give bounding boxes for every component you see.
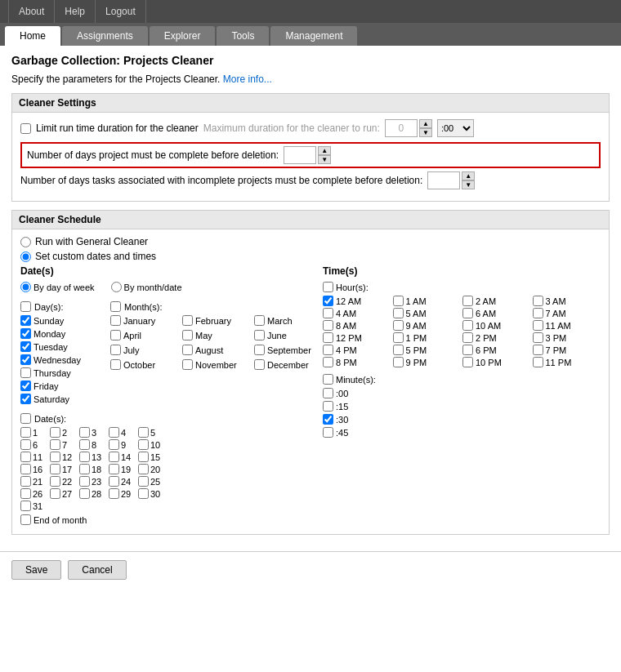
save-button[interactable]: Save [11, 560, 61, 580]
hour-checkbox[interactable] [533, 332, 543, 343]
date-number-checkbox[interactable] [79, 452, 90, 462]
days-complete-down[interactable]: ▼ [318, 155, 331, 164]
date-number-checkbox[interactable] [50, 439, 60, 450]
day-checkbox[interactable] [20, 394, 31, 404]
hour-checkbox[interactable] [323, 320, 333, 331]
hour-checkbox[interactable] [323, 357, 333, 367]
more-info-link[interactable]: More info... [223, 73, 272, 85]
month-checkbox[interactable] [254, 315, 265, 326]
hour-checkbox[interactable] [393, 332, 404, 343]
date-number-checkbox[interactable] [138, 476, 149, 487]
tab-management[interactable]: Management [270, 26, 357, 46]
hours-all-checkbox[interactable] [323, 282, 333, 292]
cancel-button[interactable]: Cancel [68, 560, 126, 580]
date-number-checkbox[interactable] [138, 452, 149, 462]
hour-checkbox[interactable] [393, 345, 404, 355]
hour-checkbox[interactable] [533, 308, 543, 318]
days-complete-up[interactable]: ▲ [318, 146, 331, 155]
hour-checkbox[interactable] [393, 357, 404, 367]
month-checkbox[interactable] [254, 330, 265, 340]
month-checkbox[interactable] [182, 359, 193, 370]
days-tasks-input[interactable]: 120 [427, 171, 460, 189]
date-number-checkbox[interactable] [109, 488, 119, 499]
date-number-checkbox[interactable] [138, 427, 149, 438]
date-number-checkbox[interactable] [50, 464, 60, 474]
date-number-checkbox[interactable] [50, 427, 60, 438]
tab-assignments[interactable]: Assignments [62, 26, 148, 46]
month-checkbox[interactable] [110, 359, 121, 370]
month-checkbox[interactable] [254, 345, 265, 355]
hour-checkbox[interactable] [323, 332, 333, 343]
date-number-checkbox[interactable] [20, 427, 31, 438]
date-number-checkbox[interactable] [20, 439, 31, 450]
by-day-radio[interactable] [20, 282, 31, 292]
date-number-checkbox[interactable] [79, 464, 90, 474]
hour-checkbox[interactable] [323, 308, 333, 318]
max-duration-up[interactable]: ▲ [419, 119, 432, 128]
month-checkbox[interactable] [110, 330, 121, 340]
logout-link[interactable]: Logout [96, 0, 146, 23]
hour-checkbox[interactable] [393, 308, 404, 318]
duration-select[interactable]: :00 :15 :30 :45 [437, 119, 474, 137]
hour-checkbox[interactable] [533, 296, 543, 306]
hour-checkbox[interactable] [393, 320, 404, 331]
month-checkbox[interactable] [182, 345, 193, 355]
hour-checkbox[interactable] [462, 320, 473, 331]
date-number-checkbox[interactable] [138, 439, 149, 450]
run-general-radio[interactable] [20, 237, 31, 247]
hour-checkbox[interactable] [323, 296, 333, 306]
date-number-checkbox[interactable] [79, 488, 90, 499]
date-number-checkbox[interactable] [20, 464, 31, 474]
hour-checkbox[interactable] [462, 308, 473, 318]
date-number-checkbox[interactable] [109, 439, 119, 450]
date-number-checkbox[interactable] [20, 488, 31, 499]
day-checkbox[interactable] [20, 381, 31, 391]
day-checkbox[interactable] [20, 328, 31, 339]
date-number-checkbox[interactable] [138, 488, 149, 499]
months-all-checkbox[interactable] [110, 301, 121, 312]
day-checkbox[interactable] [20, 354, 31, 365]
month-checkbox[interactable] [182, 315, 193, 326]
minute-checkbox[interactable] [323, 427, 333, 438]
days-complete-input[interactable]: 120 [284, 146, 316, 164]
date-number-checkbox[interactable] [138, 464, 149, 474]
month-checkbox[interactable] [110, 315, 121, 326]
day-checkbox[interactable] [20, 315, 31, 326]
max-duration-down[interactable]: ▼ [419, 128, 432, 137]
tab-tools[interactable]: Tools [217, 26, 269, 46]
by-month-radio[interactable] [111, 282, 122, 292]
date-number-checkbox[interactable] [50, 452, 60, 462]
month-checkbox[interactable] [182, 330, 193, 340]
minute-checkbox[interactable] [323, 414, 333, 425]
days-tasks-down[interactable]: ▼ [462, 180, 475, 189]
month-checkbox[interactable] [254, 359, 265, 370]
days-tasks-up[interactable]: ▲ [462, 171, 475, 180]
hour-checkbox[interactable] [462, 296, 473, 306]
dates-all-checkbox[interactable] [20, 413, 31, 424]
hour-checkbox[interactable] [533, 357, 543, 367]
date-number-checkbox[interactable] [20, 476, 31, 487]
day-checkbox[interactable] [20, 367, 31, 378]
date-number-checkbox[interactable] [79, 427, 90, 438]
date-number-checkbox[interactable] [20, 452, 31, 462]
days-all-checkbox[interactable] [20, 301, 31, 312]
date-number-checkbox[interactable] [109, 427, 119, 438]
date-number-checkbox[interactable] [79, 476, 90, 487]
minute-checkbox[interactable] [323, 401, 333, 412]
date-number-checkbox[interactable] [20, 501, 31, 511]
tab-explorer[interactable]: Explorer [150, 26, 216, 46]
tab-home[interactable]: Home [5, 26, 60, 46]
set-custom-radio[interactable] [20, 251, 31, 262]
date-number-checkbox[interactable] [109, 464, 119, 474]
date-number-checkbox[interactable] [109, 476, 119, 487]
max-duration-input[interactable]: 0 [385, 119, 418, 137]
date-number-checkbox[interactable] [109, 452, 119, 462]
about-link[interactable]: About [8, 0, 55, 23]
minutes-all-checkbox[interactable] [323, 374, 333, 385]
hour-checkbox[interactable] [393, 296, 404, 306]
minute-checkbox[interactable] [323, 388, 333, 398]
hour-checkbox[interactable] [462, 345, 473, 355]
date-number-checkbox[interactable] [50, 476, 60, 487]
month-checkbox[interactable] [110, 345, 121, 355]
end-of-month-checkbox[interactable] [20, 514, 31, 525]
